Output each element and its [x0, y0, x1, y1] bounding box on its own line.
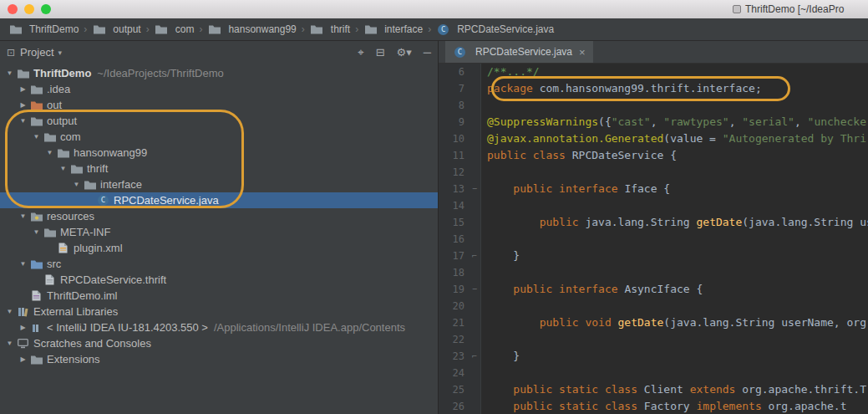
- breadcrumb-item-output[interactable]: output: [89, 21, 143, 38]
- chevron-collapsed-icon[interactable]: ▶: [17, 324, 29, 331]
- chevron-expanded-icon[interactable]: ▼: [43, 149, 56, 156]
- code-line-26[interactable]: 26 public static class Factory implement…: [439, 398, 868, 414]
- chevron-expanded-icon[interactable]: ▼: [3, 340, 16, 347]
- chevron-expanded-icon[interactable]: ▼: [17, 212, 29, 220]
- code-line-16[interactable]: 16: [439, 231, 868, 248]
- line-number: 19: [439, 281, 469, 298]
- line-number: 6: [439, 64, 469, 80]
- folder-icon: [92, 23, 106, 36]
- code-line-20[interactable]: 20: [439, 298, 868, 314]
- code-line-9[interactable]: 9@SuppressWarnings({"cast", "rawtypes", …: [439, 114, 868, 130]
- chevron-expanded-icon[interactable]: ▼: [70, 181, 83, 188]
- tree-label: ThriftDemo: [33, 67, 91, 79]
- tree-row-interface[interactable]: ▼interface: [0, 176, 438, 192]
- line-number: 24: [439, 365, 469, 381]
- tree-row-hansonwang99[interactable]: ▼hansonwang99: [0, 145, 438, 161]
- chevron-expanded-icon[interactable]: ▼: [57, 165, 69, 172]
- breadcrumb-item-hansonwang99[interactable]: hansonwang99: [205, 21, 298, 38]
- code-line-13[interactable]: 13− public interface Iface {: [439, 181, 868, 197]
- breadcrumb-item-rpcdateservice-java[interactable]: CRPCDateService.java: [434, 21, 556, 38]
- project-folder-icon: [16, 67, 30, 80]
- close-icon[interactable]: ×: [579, 46, 586, 59]
- code-line-25[interactable]: 25 public static class Client extends or…: [439, 381, 868, 398]
- folder-icon: [310, 23, 324, 36]
- tree-label: output: [47, 115, 77, 127]
- locate-icon[interactable]: ⌖: [358, 46, 363, 59]
- collapse-all-icon[interactable]: ⊟: [376, 46, 385, 59]
- chevron-expanded-icon[interactable]: ▼: [17, 260, 29, 268]
- code-line-24[interactable]: 24: [439, 365, 868, 381]
- panel-header-actions: ⌖⊟⚙▾─: [346, 46, 431, 59]
- fold-end-icon[interactable]: ⌐: [469, 248, 481, 264]
- code-line-19[interactable]: 19− public interface AsyncIface {: [439, 281, 868, 298]
- code-line-17[interactable]: 17⌐ }: [439, 248, 868, 264]
- chevron-collapsed-icon[interactable]: ▶: [17, 85, 29, 93]
- tree-row-thriftdemo-iml[interactable]: ThriftDemo.iml: [0, 288, 438, 304]
- line-number: 13: [439, 181, 469, 197]
- code-line-6[interactable]: 6/**...*/: [439, 64, 868, 80]
- code-line-8[interactable]: 8: [439, 97, 868, 114]
- code-line-15[interactable]: 15 public java.lang.String getDate(java.…: [439, 214, 868, 231]
- code-editor[interactable]: 6/**...*/7package com.hansonwang99.thrif…: [439, 64, 868, 414]
- chevron-expanded-icon[interactable]: ▼: [30, 133, 43, 141]
- chevron-expanded-icon[interactable]: ▼: [3, 308, 16, 315]
- tree-row-scratches-and-consoles[interactable]: ▼Scratches and Consoles: [0, 335, 438, 351]
- code-line-23[interactable]: 23⌐ }: [439, 348, 868, 365]
- minimize-window-button[interactable]: [24, 4, 34, 14]
- code-line-10[interactable]: 10@javax.annotation.Generated(value = "A…: [439, 130, 868, 147]
- tree-row-thriftdemo[interactable]: ▼ThriftDemo~/IdeaProjects/ThriftDemo: [0, 65, 438, 81]
- chevron-collapsed-icon[interactable]: ▶: [17, 101, 29, 109]
- tree-row-rpcdateservice-thrift[interactable]: RPCDateService.thrift: [0, 272, 438, 288]
- fold-end-icon[interactable]: ⌐: [469, 348, 481, 365]
- code-line-14[interactable]: 14: [439, 197, 868, 214]
- breadcrumb-item-com[interactable]: com: [152, 21, 197, 38]
- breadcrumb-item-interface[interactable]: interface: [361, 21, 425, 38]
- tree-hint: ~/IdeaProjects/ThriftDemo: [97, 67, 223, 79]
- code-line-7[interactable]: 7package com.hansonwang99.thrift.interfa…: [439, 80, 868, 97]
- tree-row-output[interactable]: ▼output: [0, 113, 438, 129]
- tree-row-com[interactable]: ▼com: [0, 129, 438, 145]
- text-file-icon: [43, 273, 57, 287]
- tree-row-plugin-xml[interactable]: plugin.xml: [0, 240, 438, 256]
- tab-rpcdateservice-java[interactable]: C RPCDateService.java ×: [445, 41, 593, 63]
- tree-row-out[interactable]: ▶out: [0, 97, 438, 113]
- tree-row-idea[interactable]: ▶.idea: [0, 81, 438, 97]
- zoom-window-button[interactable]: [41, 4, 51, 14]
- settings-icon[interactable]: ⚙▾: [397, 46, 412, 59]
- fold-spacer: [469, 231, 481, 248]
- tree-row-thrift[interactable]: ▼thrift: [0, 161, 438, 176]
- hide-icon[interactable]: ─: [424, 46, 431, 59]
- code-line-11[interactable]: 11public class RPCDateService {: [439, 147, 868, 164]
- fold-start-icon[interactable]: −: [469, 181, 481, 197]
- line-number: 16: [439, 231, 469, 248]
- chevron-expanded-icon[interactable]: ▼: [3, 69, 16, 77]
- line-number: 17: [439, 248, 469, 264]
- folder-icon: [56, 146, 70, 160]
- fold-start-icon[interactable]: −: [469, 281, 481, 298]
- code-line-21[interactable]: 21 public void getDate(java.lang.String …: [439, 314, 868, 331]
- breadcrumb-item-thriftdemo[interactable]: ThriftDemo: [6, 21, 81, 38]
- line-number: 18: [439, 264, 469, 281]
- chevron-expanded-icon[interactable]: ▼: [30, 228, 43, 236]
- folder-icon: [29, 353, 43, 366]
- line-number: 15: [439, 214, 469, 231]
- chevron-down-icon[interactable]: ▾: [58, 49, 63, 57]
- tree-row-resources[interactable]: ▼resources: [0, 208, 438, 224]
- tree-row-intellij-idea-iu-181-4203-550[interactable]: ▶< IntelliJ IDEA IU-181.4203.550 >/Appli…: [0, 319, 438, 335]
- tree-row-extensions[interactable]: ▶Extensions: [0, 351, 438, 367]
- code-line-22[interactable]: 22: [439, 331, 868, 348]
- chevron-expanded-icon[interactable]: ▼: [17, 117, 29, 125]
- code-line-18[interactable]: 18: [439, 264, 868, 281]
- fold-spacer: [469, 97, 481, 114]
- breadcrumb-label: output: [113, 23, 140, 35]
- tree-row-external-libraries[interactable]: ▼External Libraries: [0, 304, 438, 319]
- close-window-button[interactable]: [8, 4, 18, 14]
- code-text: /**...*/: [481, 64, 868, 80]
- tree-row-src[interactable]: ▼src: [0, 256, 438, 272]
- tree-row-meta-inf[interactable]: ▼META-INF: [0, 224, 438, 240]
- tree-row-rpcdateservice-java[interactable]: CRPCDateService.java: [0, 192, 438, 208]
- chevron-collapsed-icon[interactable]: ▶: [17, 355, 29, 363]
- breadcrumb-item-thrift[interactable]: thrift: [307, 21, 353, 38]
- code-line-12[interactable]: 12: [439, 164, 868, 181]
- tree-label: < IntelliJ IDEA IU-181.4203.550 >: [47, 321, 208, 334]
